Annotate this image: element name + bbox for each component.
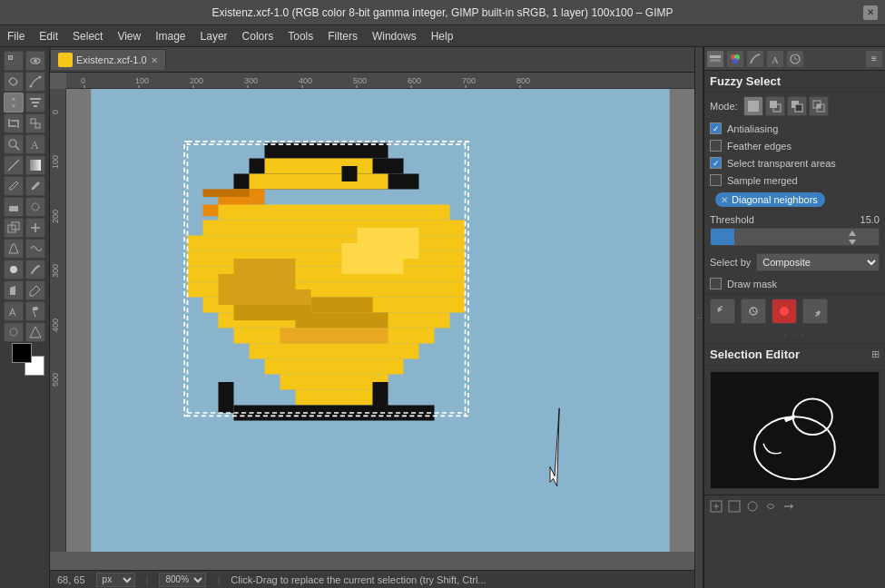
svg-rect-78 bbox=[296, 313, 388, 328]
zoom-select[interactable]: 800% 400% 200% 100% bbox=[159, 573, 206, 587]
tool-fuzzy-select[interactable] bbox=[4, 51, 24, 71]
selection-editor-expand[interactable]: ⊞ bbox=[871, 348, 880, 360]
svg-text:500: 500 bbox=[353, 76, 367, 85]
select-by-select[interactable]: Composite Red Green Blue Alpha bbox=[756, 253, 880, 271]
feather-edges-label: Feather edges bbox=[727, 141, 792, 152]
svg-rect-74 bbox=[219, 274, 296, 289]
bottom-panel-icons bbox=[704, 495, 885, 517]
svg-line-13 bbox=[15, 146, 19, 150]
tool-path[interactable] bbox=[25, 72, 45, 92]
tool-measure[interactable] bbox=[4, 155, 24, 175]
panel-bottom-icon-1[interactable] bbox=[708, 498, 724, 514]
tool-crop[interactable] bbox=[4, 113, 24, 133]
canvas-tab[interactable]: Existenz.xcf-1.0 ✕ bbox=[50, 49, 166, 70]
tab-close-button[interactable]: ✕ bbox=[151, 55, 158, 65]
panel-bottom-icon-2[interactable] bbox=[726, 498, 742, 514]
tool-dodge[interactable] bbox=[4, 260, 24, 279]
canvas-content[interactable] bbox=[66, 89, 694, 552]
menu-view[interactable]: View bbox=[110, 28, 148, 44]
antialiasing-row: Antialiasing bbox=[704, 120, 885, 137]
menu-tools[interactable]: Tools bbox=[280, 28, 320, 44]
tool-transform[interactable] bbox=[25, 113, 45, 133]
draw-mask-checkbox[interactable] bbox=[710, 278, 722, 289]
tool-undo-button[interactable] bbox=[802, 299, 828, 324]
panel-tab-layers[interactable] bbox=[706, 50, 724, 68]
menu-edit[interactable]: Edit bbox=[32, 28, 65, 44]
tool-text[interactable]: A bbox=[25, 134, 45, 154]
tool-clone[interactable] bbox=[4, 218, 24, 238]
tool-eye[interactable] bbox=[25, 51, 45, 71]
mode-replace[interactable] bbox=[743, 96, 763, 116]
svg-text:400: 400 bbox=[51, 318, 60, 332]
tool-zoom[interactable] bbox=[4, 134, 24, 154]
mode-add[interactable] bbox=[765, 96, 785, 116]
tool-eraser[interactable] bbox=[4, 197, 24, 217]
antialiasing-checkbox[interactable] bbox=[710, 122, 722, 134]
tool-perspective[interactable] bbox=[4, 239, 24, 259]
collapse-handle[interactable]: ··· bbox=[694, 47, 703, 588]
svg-rect-11 bbox=[35, 123, 40, 128]
tool-gradient[interactable] bbox=[25, 155, 45, 175]
panel-tab-text[interactable]: A bbox=[766, 50, 784, 68]
close-button[interactable]: ✕ bbox=[863, 5, 878, 20]
panel-bottom-icon-5[interactable] bbox=[781, 498, 797, 514]
select-transparent-checkbox[interactable] bbox=[710, 157, 722, 169]
tool-lasso[interactable] bbox=[4, 72, 24, 92]
tool-smudge[interactable] bbox=[25, 260, 45, 279]
threshold-row: Threshold 15.0 bbox=[704, 211, 885, 250]
feather-edges-row: Feather edges bbox=[704, 137, 885, 154]
feather-edges-checkbox[interactable] bbox=[710, 140, 722, 152]
menu-colors[interactable]: Colors bbox=[235, 28, 281, 44]
tool-blur[interactable] bbox=[4, 322, 24, 342]
color-boxes[interactable] bbox=[12, 343, 44, 376]
tool-paint-bucket[interactable] bbox=[4, 280, 24, 300]
tool-actions bbox=[704, 294, 885, 328]
tool-align[interactable] bbox=[25, 93, 45, 113]
menu-image[interactable]: Image bbox=[148, 28, 192, 44]
diagonal-badge-remove[interactable]: ✕ bbox=[721, 195, 728, 205]
unit-select[interactable]: px mm in bbox=[96, 573, 135, 587]
tool-pencil[interactable] bbox=[4, 176, 24, 196]
panel-bottom-icon-3[interactable] bbox=[744, 498, 761, 514]
svg-rect-104 bbox=[795, 104, 802, 112]
mode-intersect[interactable] bbox=[809, 96, 829, 116]
foreground-color[interactable] bbox=[12, 343, 32, 363]
tool-record-button[interactable] bbox=[772, 299, 797, 324]
threshold-slider[interactable] bbox=[710, 228, 880, 246]
panel-bottom-icon-4[interactable] bbox=[762, 498, 779, 514]
tool-warp[interactable] bbox=[25, 239, 45, 259]
menu-file[interactable]: File bbox=[0, 28, 32, 44]
tool-color-picker[interactable] bbox=[25, 280, 45, 300]
threshold-up-arrow[interactable] bbox=[848, 230, 857, 249]
svg-text:200: 200 bbox=[51, 210, 60, 223]
svg-point-117 bbox=[748, 502, 757, 511]
tool-paintbrush[interactable] bbox=[25, 176, 45, 196]
panel-tab-channels[interactable] bbox=[726, 50, 744, 68]
sample-merged-checkbox[interactable] bbox=[710, 174, 722, 186]
threshold-fill bbox=[711, 229, 734, 245]
tool-script[interactable]: A bbox=[4, 301, 24, 321]
svg-rect-116 bbox=[729, 501, 740, 512]
svg-point-5 bbox=[39, 76, 42, 79]
tool-refresh-button[interactable] bbox=[741, 299, 766, 324]
panel-menu-button[interactable]: ≡ bbox=[865, 50, 883, 68]
menu-filters[interactable]: Filters bbox=[320, 28, 365, 44]
svg-rect-60 bbox=[219, 205, 450, 220]
svg-point-21 bbox=[10, 266, 17, 273]
tool-move[interactable] bbox=[4, 93, 24, 113]
tool-heal[interactable] bbox=[25, 218, 45, 238]
tool-sharpen[interactable] bbox=[25, 322, 45, 342]
svg-rect-59 bbox=[342, 166, 358, 181]
tool-airbrush[interactable] bbox=[25, 197, 45, 217]
menu-layer[interactable]: Layer bbox=[193, 28, 235, 44]
panel-tab-paths[interactable] bbox=[746, 50, 764, 68]
svg-rect-9 bbox=[34, 105, 37, 107]
menu-windows[interactable]: Windows bbox=[365, 28, 424, 44]
menu-select[interactable]: Select bbox=[65, 28, 110, 44]
mode-subtract[interactable] bbox=[787, 96, 807, 116]
panel-tab-history[interactable] bbox=[786, 50, 804, 68]
tool-reset-button[interactable] bbox=[710, 299, 735, 324]
tool-ink[interactable] bbox=[25, 301, 45, 321]
canvas-wrapper: 0 100 200 300 400 500 600 bbox=[50, 73, 694, 570]
menu-help[interactable]: Help bbox=[424, 28, 461, 44]
